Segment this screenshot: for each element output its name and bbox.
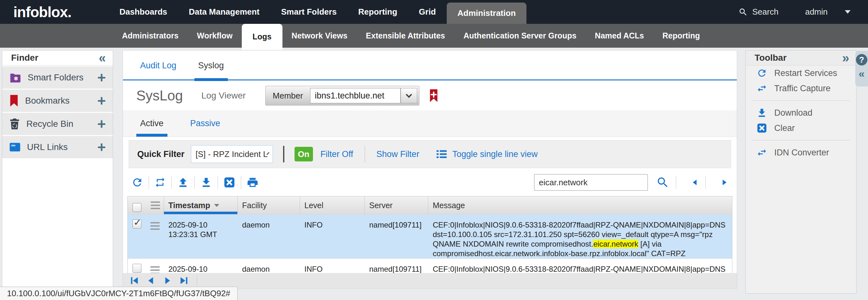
quick-filter-value: [S] - RPZ Incident L [196,149,268,159]
row-select-cell [128,214,146,258]
status-bar: 10.100.0.100/ui/fUGbVJC0rMCY-2T1m6FtBQ/f… [0,287,238,300]
finder-item-label: URL Links [27,142,68,152]
infoblox-logo[interactable]: infoblox. [13,3,108,21]
col-server[interactable]: Server [365,197,428,214]
subnav-administrators[interactable]: Administrators [113,24,188,48]
filter-off-link[interactable]: Filter Off [320,149,353,159]
finder-item-label: Smart Folders [28,72,84,83]
toolbar-idn-converter[interactable]: IDN Converter [746,145,856,160]
divider [218,176,218,189]
filter-on-button[interactable]: On [294,147,313,161]
nav-administration[interactable]: Administration [447,3,526,24]
finder-title: Finder [11,53,38,63]
clear-icon[interactable] [223,176,236,188]
upload-icon[interactable] [177,176,189,188]
col-timestamp[interactable]: Timestamp [164,197,238,214]
nav-reporting[interactable]: Reporting [348,0,408,24]
divider [283,146,284,162]
toolbar-item-label: Clear [774,123,795,133]
toolbar-download[interactable]: Download [746,105,856,120]
add-recycle-button[interactable]: + [97,118,106,130]
toolbar-traffic-capture[interactable]: Traffic Capture [746,81,856,96]
tab-syslog[interactable]: Syslog [194,55,228,80]
user-menu[interactable]: admin [805,7,828,17]
sort-desc-icon [214,204,219,207]
tab-audit-log[interactable]: Audit Log [136,55,180,80]
user-caret-icon[interactable] [845,10,850,14]
syslog-main-panel: Audit Log Syslog SysLog Log Viewer Membe… [123,50,737,289]
col-message[interactable]: Message [428,197,732,214]
nav-dashboards[interactable]: Dashboards [108,0,178,24]
add-bookmark-button[interactable]: + [97,95,106,107]
show-filter-link[interactable]: Show Filter [376,149,420,159]
table-row[interactable]: 2025-09-10 13:23:31 GMT daemon INFO name… [128,214,732,258]
toolbar-clear[interactable]: Clear [746,120,856,136]
add-smart-folder-button[interactable]: + [97,72,106,84]
toolbar-panel: Toolbar » Restart Services Traffic Captu… [745,50,857,294]
tab-passive[interactable]: Passive [186,110,224,137]
drag-column-header [146,197,164,214]
tab-active[interactable]: Active [136,110,167,137]
add-bookmark-flag-icon[interactable] [429,89,438,102]
last-page-icon[interactable] [179,275,189,286]
row-checkbox[interactable] [132,264,142,273]
help-icon[interactable]: ? [856,54,867,65]
bookmarks-icon [9,95,19,107]
toolbar-restart-services[interactable]: Restart Services [746,65,856,81]
nav-grid[interactable]: Grid [408,0,446,24]
refresh-icon[interactable] [131,176,143,188]
quick-filter-select[interactable]: [S] - RPZ Incident L [191,145,273,163]
subnav-workflow[interactable]: Workflow [188,24,242,48]
subnav-logs[interactable]: Logs [242,24,282,50]
next-match-icon[interactable] [720,178,728,186]
drag-handle-icon[interactable] [146,214,164,258]
collapse-left-icon[interactable]: « [99,52,106,64]
toggle-single-line-link[interactable]: Toggle single line view [453,149,538,159]
log-tabs: Audit Log Syslog [123,51,737,81]
clear-icon [756,123,767,133]
search-icon[interactable] [738,7,748,17]
add-url-link-button[interactable]: + [97,142,106,153]
subnav-extensible-attributes[interactable]: Extensible Attributes [357,24,454,48]
subnav-auth-server-groups[interactable]: Authentication Server Groups [454,24,586,48]
restart-icon [756,68,767,79]
subnav-reporting[interactable]: Reporting [653,24,709,48]
member-dropdown-button[interactable] [401,88,417,103]
collapse-right-icon[interactable]: » [842,52,849,64]
divider [752,140,850,141]
col-level[interactable]: Level [300,197,365,214]
top-navbar: infoblox. Dashboards Data Management Sma… [0,0,868,24]
prev-page-icon[interactable] [146,275,156,286]
finder-item-recycle-bin[interactable]: Recycle Bin + [2,113,113,135]
first-page-icon[interactable] [129,275,140,286]
search-label[interactable]: Search [752,7,778,17]
next-page-icon[interactable] [162,275,173,286]
page-title: SysLog [136,88,183,103]
search-go-icon[interactable] [656,176,670,189]
edge-tab: ? « [855,51,868,86]
print-icon[interactable] [247,176,259,188]
col-facility[interactable]: Facility [238,197,300,214]
nav-data-management[interactable]: Data Management [178,0,270,24]
toolbar-item-label: IDN Converter [774,148,829,158]
finder-item-smart-folders[interactable]: Smart Folders + [2,66,113,89]
divider [171,176,172,189]
table-search-input[interactable] [534,174,648,191]
single-line-view-icon[interactable] [436,149,447,159]
repeat-icon[interactable] [154,177,166,188]
member-input[interactable] [310,88,401,103]
finder-item-label: Bookmarks [25,96,69,106]
download-icon[interactable] [200,176,212,188]
subnav-named-acls[interactable]: Named ACLs [586,24,653,48]
nav-smart-folders[interactable]: Smart Folders [270,0,348,24]
top-menu: Dashboards Data Management Smart Folders… [108,0,526,24]
collapse-edge-icon[interactable]: « [859,68,865,79]
prev-match-icon[interactable] [691,178,699,186]
finder-item-url-links[interactable]: URL Links + [2,136,113,158]
cell-message: CEF:0|Infoblox|NIOS|9.0.6-53318-82020f7f… [428,214,732,258]
divider [705,176,706,189]
finder-item-bookmarks[interactable]: Bookmarks + [2,90,113,112]
row-checkbox[interactable] [132,219,142,229]
select-all-checkbox[interactable] [132,203,142,212]
subnav-network-views[interactable]: Network Views [282,24,357,48]
